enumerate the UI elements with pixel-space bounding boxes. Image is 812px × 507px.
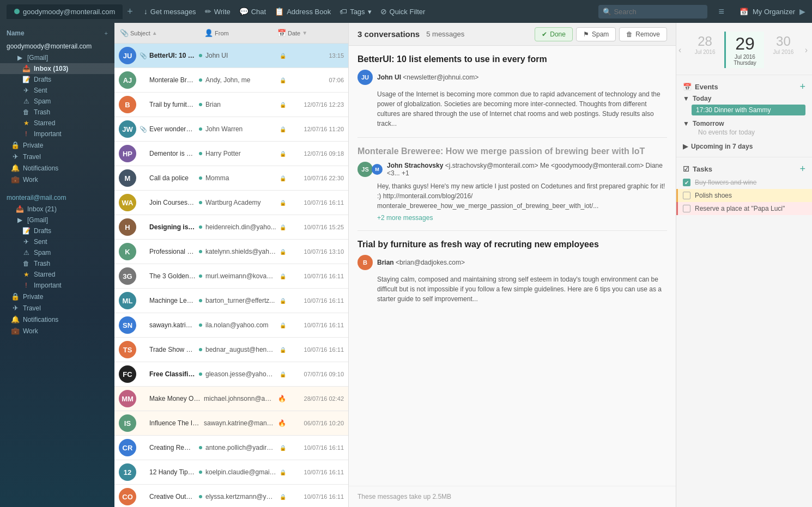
task-buy-flowers[interactable]: ✔ Buy flowers and wine <box>676 176 812 189</box>
write-button[interactable]: ✏ Write <box>205 7 231 16</box>
task-cb-1[interactable]: ✔ <box>683 179 690 186</box>
done-button[interactable]: ✔ Done <box>535 27 573 41</box>
remove-button[interactable]: 🗑 Remove <box>619 27 667 41</box>
avatar-7: WA <box>119 194 136 211</box>
sidebar-item-work1[interactable]: 💼 Work <box>0 174 114 185</box>
sidebar-item-notifications2[interactable]: 🔔 Notifications <box>0 314 114 325</box>
sidebar-item-travel1[interactable]: ✈ Travel <box>0 151 114 162</box>
sidebar-item-notifications1[interactable]: 🔔 Notifications <box>0 162 114 174</box>
sender-info-3: Brian <brian@dadjokes.com> <box>377 259 465 266</box>
sidebar-item-private2[interactable]: 🔒 Private <box>0 291 114 302</box>
avatar-me: M <box>372 164 383 175</box>
conversation-panel: 3 conversations 5 messages ✔ Done ⚑ Spam… <box>349 23 676 507</box>
sender-info-2: John Strachovsky <j.strachovsky@monterai… <box>387 162 667 177</box>
email-row-7[interactable]: WA Join Courses Now! Wartburg Academy 🔒 … <box>114 191 348 215</box>
quick-filter-button[interactable]: ⊘ Quick Filter <box>380 7 426 16</box>
chat-button[interactable]: 💬 Chat <box>239 7 266 16</box>
cal-prev-arrow[interactable]: ‹ <box>678 45 681 55</box>
add-task-button[interactable]: + <box>799 164 805 174</box>
sidebar-item-spam1[interactable]: ⚠ Spam <box>0 96 114 107</box>
task-cb-3[interactable] <box>683 205 690 212</box>
cal-day-29[interactable]: 29 Jul 2016 Thursday <box>724 32 764 68</box>
lock-icon-4: 🔒 <box>280 126 286 132</box>
address-book-button[interactable]: 📋 Address Book <box>275 7 331 16</box>
topbar: goodymoody@monterail.com + ↓ Get message… <box>0 0 812 23</box>
email-row-11[interactable]: ML Machinge Leaning is ... barton_turner… <box>114 289 348 313</box>
tasks-section: ☑ Tasks + ✔ Buy flowers and wine Polish … <box>676 157 812 219</box>
cal-day-30[interactable]: 30 Jul 2016 <box>764 32 802 68</box>
upcoming-label[interactable]: ▶ Upcoming in 7 days <box>676 141 812 152</box>
lock-icon-3: 🔒 <box>280 102 286 108</box>
sidebar-item-sent1[interactable]: ✈ Sent <box>0 85 114 96</box>
sidebar-item-important2[interactable]: ! Important <box>0 280 114 291</box>
spam-button[interactable]: ⚑ Spam <box>576 27 616 41</box>
sidebar-add-button[interactable]: + <box>105 30 108 36</box>
date-10: 10/07/16 16:11 <box>289 273 344 279</box>
sidebar-item-trash1[interactable]: 🗑 Trash <box>0 107 114 118</box>
sidebar-item-drafts2[interactable]: 📝 Drafts <box>0 225 114 236</box>
organizer-button[interactable]: 📅 My Organizer ▶ <box>740 7 805 16</box>
sidebar-item-inbox2[interactable]: 📥 Inbox (21) <box>0 204 114 215</box>
sidebar-item-starred1[interactable]: ★ Starred <box>0 118 114 129</box>
email-row-16[interactable]: IS Influence The Influence... sawayn.kat… <box>114 411 348 436</box>
sidebar-item-gmail2[interactable]: ▶ [Gmail] <box>0 215 114 225</box>
email-row-9[interactable]: K Professional Graphic De... katelynn.sh… <box>114 240 348 264</box>
get-messages-button[interactable]: ↓ Get messages <box>144 7 196 16</box>
from-19: elyssa.kertzmann@yaho... <box>205 493 276 500</box>
cal-next-arrow[interactable]: › <box>805 45 808 55</box>
add-tab-button[interactable]: + <box>127 6 133 17</box>
sidebar-item-spam2[interactable]: ⚠ Spam <box>0 247 114 258</box>
today-label[interactable]: ▼ Today <box>683 95 805 102</box>
search-input[interactable] <box>598 5 707 19</box>
tags-button[interactable]: 🏷 Tags ▾ <box>340 7 371 16</box>
sidebar-item-drafts1[interactable]: 📝 Drafts <box>0 74 114 85</box>
email-row-13[interactable]: TS Trade Show Promotions bednar_august@h… <box>114 338 348 362</box>
from-14: gleason.jesse@yahoo.com <box>205 370 276 378</box>
email-row-6[interactable]: M Call da police Momma 🔒 10/07/16 22:30 <box>114 166 348 191</box>
dinner-event[interactable]: 17:30 Dinner with Sammy <box>692 105 805 115</box>
conv-thread-2: Monterale Breweree: How we merge passion… <box>357 146 667 231</box>
email-row-17[interactable]: CR Creating Remarkable Po... antone.poll… <box>114 436 348 460</box>
cal-day-28[interactable]: 28 Jul 2016 <box>686 32 724 68</box>
more-messages-link[interactable]: +2 more messages <box>357 214 667 222</box>
tab-main[interactable]: goodymoody@monterail.com <box>7 4 123 19</box>
email-row-5[interactable]: HP Dementor is not that bad Harry Potter… <box>114 142 348 166</box>
sidebar-item-private1[interactable]: 🔒 Private <box>0 139 114 151</box>
email-row-3[interactable]: B Trail by furniture as... Brian 🔒 12/07… <box>114 93 348 117</box>
email-row-19[interactable]: CO Creative Outdoor Ads elyssa.kertzmann… <box>114 485 348 507</box>
email-row-18[interactable]: 12 12 Handy Tips For Gener... koelpin.cl… <box>114 460 348 485</box>
sidebar-item-starred2[interactable]: ★ Starred <box>0 269 114 280</box>
email-row-1[interactable]: JU 📎 BetterUI: 10 list... John UI 🔒 13:1… <box>114 44 348 68</box>
sidebar-item-work2[interactable]: 💼 Work <box>0 325 114 337</box>
task-reserve-place[interactable]: Reserve a place at "Papa Luci" <box>676 202 812 215</box>
subject-12: sawayn.katrine@manley... <box>149 321 196 329</box>
sidebar-item-travel2[interactable]: ✈ Travel <box>0 302 114 314</box>
email-row-4[interactable]: JW 📎 Ever wondered abou... John Warren 🔒… <box>114 117 348 142</box>
sidebar-item-gmail1[interactable]: ▶ [Gmail] <box>0 52 114 63</box>
events-section-header: 📅 Events + <box>676 80 812 94</box>
email-row-2[interactable]: AJ Monterale Breweree: H... Andy, John, … <box>114 68 348 93</box>
email-row-15[interactable]: MM Make Money Online Thr... michael.john… <box>114 387 348 411</box>
email-row-8[interactable]: H Designing is important heidenreich.din… <box>114 215 348 240</box>
cal-day-28-num: 28 <box>688 34 722 49</box>
calendar-widget: ‹ 28 Jul 2016 29 Jul 2016 Thursday 30 Ju… <box>676 23 812 75</box>
sidebar-item-inbox1[interactable]: 📥 Inbox (103) <box>0 63 114 74</box>
thread-sender-2: JS M John Strachovsky <j.strachovsky@mon… <box>357 162 667 177</box>
sidebar-item-trash2[interactable]: 🗑 Trash <box>0 258 114 269</box>
date-8: 10/07/16 15:25 <box>289 224 344 230</box>
sidebar-item-important1[interactable]: ! Important <box>0 129 114 139</box>
account-monterail[interactable]: monterail@mail.com <box>0 192 114 204</box>
account-goodymoody[interactable]: goodymoody@monterail.com <box>0 40 114 52</box>
lock-icon-12: 🔒 <box>280 322 286 328</box>
sidebar-item-sent2[interactable]: ✈ Sent <box>0 236 114 247</box>
email-row-14[interactable]: FC Free Classifieds Using Th... gleason.… <box>114 362 348 387</box>
task-polish-shoes[interactable]: Polish shoes <box>676 189 812 202</box>
date-9: 10/07/16 13:10 <box>289 248 344 255</box>
email-row-10[interactable]: 3G The 3 Golden Rules Proff... murl.weim… <box>114 264 348 289</box>
menu-icon[interactable]: ≡ <box>718 6 724 17</box>
add-event-button[interactable]: + <box>799 82 805 91</box>
task-cb-2[interactable] <box>683 192 690 199</box>
tomorrow-label-header[interactable]: ▼ Tomorrow <box>683 120 805 127</box>
expand-icon: ▶ <box>799 7 805 16</box>
email-row-12[interactable]: SN sawayn.katrine@manley... ila.nolan@ya… <box>114 313 348 338</box>
